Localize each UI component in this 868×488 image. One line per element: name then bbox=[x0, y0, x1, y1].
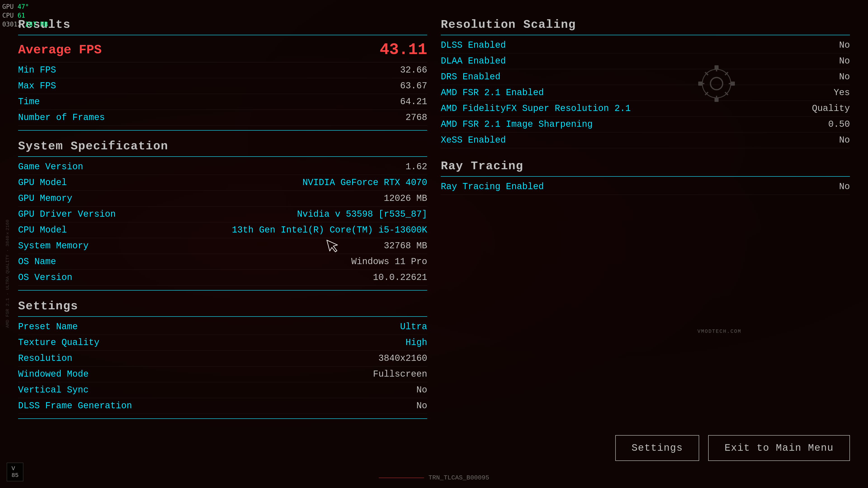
min-fps-value: 32.66 bbox=[400, 65, 427, 75]
sys-memory-row: System Memory 32768 MB bbox=[18, 238, 427, 254]
sys-memory-label: System Memory bbox=[18, 241, 89, 251]
texture-row: Texture Quality High bbox=[18, 335, 427, 351]
frames-label: Number of Frames bbox=[18, 112, 105, 123]
dlss-label: DLSS Enabled bbox=[441, 40, 506, 51]
gpu-temp: 47° bbox=[18, 3, 29, 10]
version-v: V bbox=[11, 465, 19, 472]
os-name-label: OS Name bbox=[18, 257, 56, 267]
amd-fidelity-row: AMD FidelityFX Super Resolution 2.1 Qual… bbox=[441, 101, 850, 117]
xess-row: XeSS Enabled No bbox=[441, 132, 850, 148]
dlss-frame-row: DLSS Frame Generation No bbox=[18, 398, 427, 414]
results-section: Results Average FPS 43.11 Min FPS 32.66 … bbox=[18, 13, 427, 131]
gpu-model-label: GPU Model bbox=[18, 177, 67, 188]
xess-label: XeSS Enabled bbox=[441, 135, 506, 145]
drs-value: No bbox=[839, 72, 850, 82]
time-value: 64.21 bbox=[400, 97, 427, 107]
os-version-row: OS Version 10.0.22621 bbox=[18, 270, 427, 286]
max-fps-label: Max FPS bbox=[18, 81, 56, 91]
resolution-row: Resolution 3840x2160 bbox=[18, 351, 427, 366]
results-title: Results bbox=[18, 13, 427, 35]
sys-memory-value: 32768 MB bbox=[384, 241, 427, 251]
drs-row: DRS Enabled No bbox=[441, 69, 850, 85]
dlaa-value: No bbox=[839, 56, 850, 66]
vsync-label: Vertical Sync bbox=[18, 385, 89, 395]
cpu-model-value: 13th Gen Intel(R) Core(TM) i5-13600K bbox=[232, 225, 427, 235]
cpu-temp: 61 bbox=[18, 12, 25, 19]
gpu-driver-label: GPU Driver Version bbox=[18, 209, 116, 219]
windowed-value: Fullscreen bbox=[373, 369, 427, 379]
vsync-value: No bbox=[416, 385, 427, 395]
resolution-scaling-title: Resolution Scaling bbox=[441, 13, 850, 35]
dlss-frame-value: No bbox=[416, 401, 427, 411]
amd-fidelity-value: Quality bbox=[812, 103, 850, 113]
avg-fps-label: Average FPS bbox=[18, 43, 102, 57]
windowed-label: Windowed Mode bbox=[18, 369, 89, 379]
gpu-memory-label: GPU Memory bbox=[18, 193, 72, 203]
dlaa-label: DLAA Enabled bbox=[441, 56, 506, 66]
preset-value: Ultra bbox=[400, 322, 427, 332]
gpu-driver-row: GPU Driver Version Nvidia v 53598 [r535_… bbox=[18, 206, 427, 222]
amd-sharpening-row: AMD FSR 2.1 Image Sharpening 0.50 bbox=[441, 117, 850, 132]
side-text: AMD FSR 2.1 · ULTRA QUALITY · 3840×2160 bbox=[5, 220, 10, 328]
vram-label: 03012 bbox=[2, 21, 21, 28]
amd-sharpening-label: AMD FSR 2.1 Image Sharpening bbox=[441, 119, 593, 129]
cpu-model-label: CPU Model bbox=[18, 225, 67, 235]
rt-enabled-row: Ray Tracing Enabled No bbox=[441, 179, 850, 195]
bottom-bar: TRN_TLCAS_B00095 bbox=[0, 474, 868, 481]
avg-fps-row: Average FPS 43.11 bbox=[18, 37, 427, 62]
version-num: 85 bbox=[11, 472, 19, 479]
dlss-frame-label: DLSS Frame Generation bbox=[18, 401, 132, 411]
rt-enabled-value: No bbox=[839, 182, 850, 192]
rt-enabled-label: Ray Tracing Enabled bbox=[441, 182, 544, 192]
gpu-memory-value: 12026 MB bbox=[384, 193, 427, 203]
avg-fps-value: 43.11 bbox=[380, 41, 427, 59]
settings-title: Settings bbox=[18, 295, 427, 317]
preset-label: Preset Name bbox=[18, 322, 78, 332]
gpu-model-value: NVIDIA GeForce RTX 4070 bbox=[303, 177, 427, 188]
os-name-value: Windows 11 Pro bbox=[351, 257, 427, 267]
bottom-line-left bbox=[379, 478, 424, 478]
ray-tracing-section: Ray Tracing Ray Tracing Enabled No bbox=[441, 155, 850, 195]
min-fps-row: Min FPS 32.66 bbox=[18, 62, 427, 78]
game-version-value: 1.62 bbox=[405, 162, 427, 172]
min-fps-label: Min FPS bbox=[18, 65, 56, 75]
vsync-row: Vertical Sync No bbox=[18, 382, 427, 398]
amd-sharpening-value: 0.50 bbox=[828, 119, 850, 129]
cpu-model-row: CPU Model 13th Gen Intel(R) Core(TM) i5-… bbox=[18, 222, 427, 238]
resolution-scaling-section: Resolution Scaling DLSS Enabled No DLAA … bbox=[441, 13, 850, 148]
gpu-memory-row: GPU Memory 12026 MB bbox=[18, 191, 427, 206]
windowed-row: Windowed Mode Fullscreen bbox=[18, 366, 427, 382]
ray-tracing-title: Ray Tracing bbox=[441, 155, 850, 177]
dlaa-row: DLAA Enabled No bbox=[441, 53, 850, 69]
frames-value: 2768 bbox=[405, 112, 427, 123]
amd-fsr-value: Yes bbox=[834, 88, 850, 98]
resolution-label: Resolution bbox=[18, 353, 72, 363]
bottom-text: TRN_TLCAS_B00095 bbox=[429, 474, 489, 481]
left-panel: Results Average FPS 43.11 Min FPS 32.66 … bbox=[18, 13, 427, 470]
vram-val: 287 MB bbox=[25, 21, 48, 28]
max-fps-value: 63.67 bbox=[400, 81, 427, 91]
resolution-value: 3840x2160 bbox=[378, 353, 427, 363]
time-label: Time bbox=[18, 97, 40, 107]
os-version-label: OS Version bbox=[18, 272, 72, 283]
amd-fsr-label: AMD FSR 2.1 Enabled bbox=[441, 88, 544, 98]
right-panel: Resolution Scaling DLSS Enabled No DLAA … bbox=[441, 13, 850, 470]
amd-fsr-row: AMD FSR 2.1 Enabled Yes bbox=[441, 85, 850, 101]
drs-label: DRS Enabled bbox=[441, 72, 500, 82]
amd-fidelity-label: AMD FidelityFX Super Resolution 2.1 bbox=[441, 103, 631, 113]
main-container: Results Average FPS 43.11 Min FPS 32.66 … bbox=[18, 13, 850, 470]
gpu-driver-value: Nvidia v 53598 [r535_87] bbox=[297, 209, 427, 219]
frames-row: Number of Frames 2768 bbox=[18, 110, 427, 126]
game-version-row: Game Version 1.62 bbox=[18, 159, 427, 175]
time-row: Time 64.21 bbox=[18, 94, 427, 110]
system-section: System Specification Game Version 1.62 G… bbox=[18, 135, 427, 291]
dlss-row: DLSS Enabled No bbox=[441, 37, 850, 53]
texture-value: High bbox=[405, 337, 427, 348]
gpu-model-row: GPU Model NVIDIA GeForce RTX 4070 bbox=[18, 175, 427, 191]
xess-value: No bbox=[839, 135, 850, 145]
dlss-value: No bbox=[839, 40, 850, 51]
preset-row: Preset Name Ultra bbox=[18, 319, 427, 335]
system-title: System Specification bbox=[18, 135, 427, 157]
texture-label: Texture Quality bbox=[18, 337, 99, 348]
max-fps-row: Max FPS 63.67 bbox=[18, 78, 427, 94]
